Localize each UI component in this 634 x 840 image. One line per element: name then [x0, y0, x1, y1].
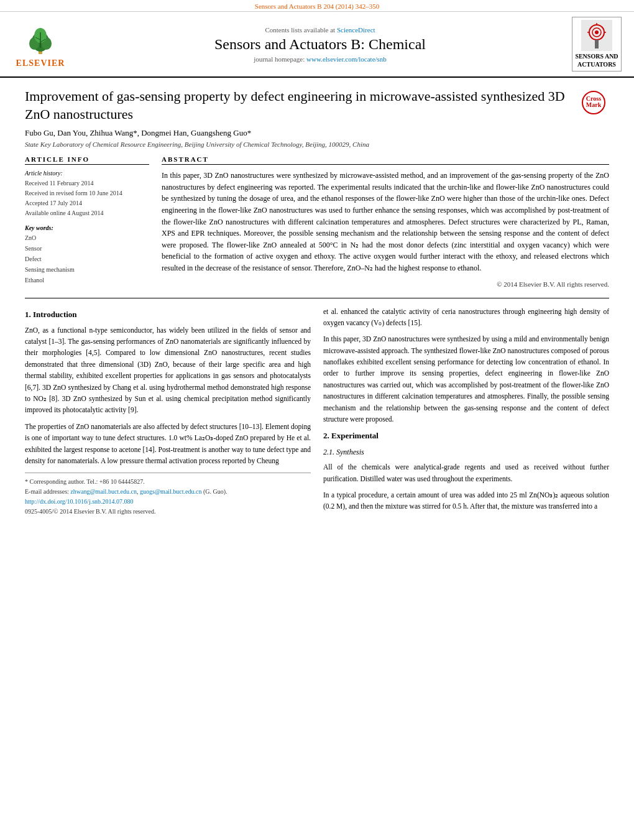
svg-text:Mark: Mark: [586, 101, 602, 108]
article-info-title: ARTICLE INFO: [25, 155, 149, 165]
elsevier-logo: ELSEVIER: [12, 20, 68, 68]
section2-para2: In a typical procedure, a certain amount…: [323, 489, 609, 512]
keywords-title: Key words:: [25, 224, 149, 231]
affiliation: State Key Laboratory of Chemical Resourc…: [25, 141, 609, 148]
available-date: Available online 4 August 2014: [25, 208, 149, 218]
doi-link[interactable]: http://dx.doi.org/10.1016/j.snb.2014.07.…: [25, 498, 134, 505]
journal-title: Sensors and Actuators B: Chemical: [75, 36, 566, 53]
email2-link[interactable]: guogs@mail.buct.edu.cn: [140, 488, 201, 495]
section2-heading: 2. Experimental: [323, 430, 609, 442]
article-dates: Received 11 February 2014 Received in re…: [25, 178, 149, 218]
section1-right-para2: In this paper, 3D ZnO nanostructures wer…: [323, 333, 609, 425]
section1-right-para1: et al. enhanced the catalytic activity o…: [323, 306, 609, 329]
footnote-issn: 0925-4005/© 2014 Elsevier B.V. All right…: [25, 507, 311, 517]
article-history-label: Article history:: [25, 170, 149, 177]
section1-para2: The properties of ZnO nanomaterials are …: [25, 421, 311, 467]
main-content: Improvement of gas-sensing property by d…: [0, 78, 634, 530]
abstract-title: ABSTRACT: [162, 155, 609, 165]
article-title-section: Improvement of gas-sensing property by d…: [25, 88, 609, 123]
sensors-logo-text: SENSORS AND ACTUATORS: [575, 52, 618, 68]
section2-para1: All of the chemicals were analytical-gra…: [323, 461, 609, 484]
crossmark-icon: Cross Mark: [581, 90, 606, 115]
homepage-url[interactable]: www.elsevier.com/locate/snb: [306, 55, 387, 63]
footnote-email: E-mail addresses: zhwang@mail.buct.edu.c…: [25, 487, 311, 497]
elsevier-label: ELSEVIER: [16, 58, 65, 68]
journal-reference: Sensors and Actuators B 204 (2014) 342–3…: [0, 0, 634, 12]
received-date: Received 11 February 2014: [25, 178, 149, 188]
journal-title-block: Contents lists available at ScienceDirec…: [75, 26, 566, 63]
authors-line: Fubo Gu, Dan You, Zhihua Wang*, Dongmei …: [25, 128, 609, 138]
received-revised-date: Received in revised form 10 June 2014: [25, 188, 149, 198]
svg-rect-12: [595, 40, 599, 48]
elsevier-tree-icon: [22, 20, 59, 57]
body-right-column: et al. enhanced the catalytic activity o…: [323, 306, 609, 517]
article-info-abstract: ARTICLE INFO Article history: Received 1…: [25, 155, 609, 287]
section1-para1: ZnO, as a functional n-type semiconducto…: [25, 325, 311, 416]
keywords-list: ZnO Sensor Defect Sensing mechanism Etha…: [25, 233, 149, 285]
sciencedirect-link[interactable]: ScienceDirect: [337, 26, 375, 34]
crossmark-badge: Cross Mark: [578, 90, 609, 115]
body-columns: 1. Introduction ZnO, as a functional n-t…: [25, 306, 609, 517]
section2-subheading: 2.1. Synthesis: [323, 446, 609, 458]
copyright-notice: © 2014 Elsevier B.V. All rights reserved…: [162, 280, 609, 288]
abstract-section: ABSTRACT In this paper, 3D ZnO nanostruc…: [162, 155, 609, 287]
footnote-corresponding: * Corresponding author. Tel.: +86 10 644…: [25, 477, 311, 487]
section-divider: [25, 298, 609, 298]
homepage-text: journal homepage: www.elsevier.com/locat…: [75, 55, 566, 63]
footnote-doi: http://dx.doi.org/10.1016/j.snb.2014.07.…: [25, 497, 311, 507]
sensors-logo-icon: [581, 20, 612, 51]
abstract-text: In this paper, 3D ZnO nanostructures wer…: [162, 170, 609, 274]
footnote-section: * Corresponding author. Tel.: +86 10 644…: [25, 473, 311, 517]
contents-text: Contents lists available at ScienceDirec…: [75, 26, 566, 34]
journal-header: ELSEVIER Contents lists available at Sci…: [0, 12, 634, 78]
article-title: Improvement of gas-sensing property by d…: [25, 88, 578, 123]
body-left-column: 1. Introduction ZnO, as a functional n-t…: [25, 306, 311, 517]
sensors-actuators-logo: SENSORS AND ACTUATORS: [572, 17, 622, 72]
email1-link[interactable]: zhwang@mail.buct.edu.cn: [70, 488, 137, 495]
accepted-date: Accepted 17 July 2014: [25, 198, 149, 208]
article-info-panel: ARTICLE INFO Article history: Received 1…: [25, 155, 149, 287]
svg-point-11: [595, 30, 599, 34]
section1-heading: 1. Introduction: [25, 308, 311, 321]
